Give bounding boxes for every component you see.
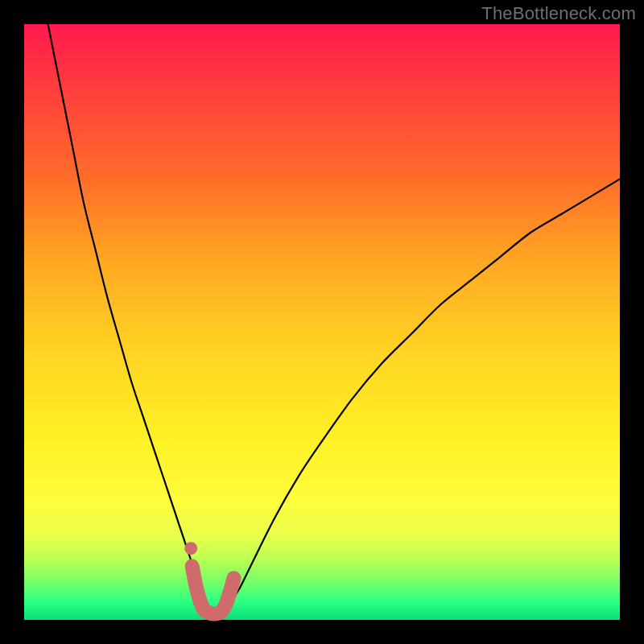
plot-area	[24, 24, 620, 620]
optimal-region-dot	[184, 542, 197, 555]
chart-frame: TheBottleneck.com	[0, 0, 644, 644]
chart-svg	[24, 24, 620, 620]
bottleneck-curve	[48, 24, 620, 615]
optimal-region-marker	[192, 566, 234, 613]
watermark-text: TheBottleneck.com	[481, 3, 636, 24]
